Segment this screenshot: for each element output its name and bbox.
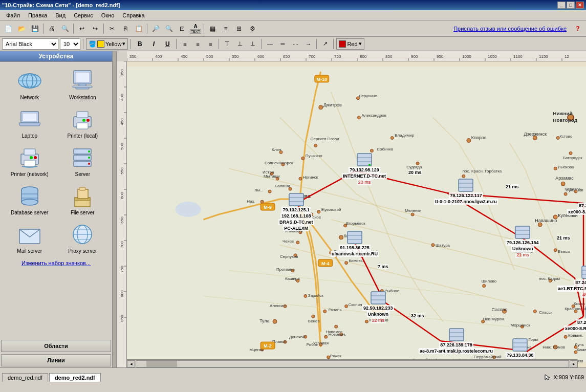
svg-rect-38 [78,189,88,199]
fill-color-button[interactable]: 🪣 Yellow ▾ [86,38,128,50]
h-scrollbar[interactable]: ◂ ▸ [127,359,578,367]
node-79-126-126[interactable]: 79.126.126.154 Unknown 21 ms [506,225,540,258]
zoom-in-button[interactable]: 🔎 [149,23,162,35]
lines-button[interactable]: Линии [1,354,111,366]
svg-rect-10 [73,86,92,88]
save-button[interactable]: 💾 [29,23,41,35]
map-canvas[interactable]: Москва Дмитров Сергиев Посад Ногинск Бал… [127,61,586,367]
node-92-50[interactable]: 92.50.192.233 Unknown 32 ms [362,291,394,323]
node-ulyanovsk[interactable]: 91.198.36.225 ulyanovsk.rtcentr.RU [331,230,379,257]
menu-service[interactable]: Сервис [70,11,97,19]
fit-button[interactable]: ⊡ [176,23,188,35]
menu-help[interactable]: Справка [118,11,148,19]
dash-button[interactable]: - - [290,38,301,50]
menu-window[interactable]: Окно [97,11,119,19]
node-87-245-233-118[interactable]: 87.245.233.118 xe000-8.RT.EQX.ASH.US 215… [567,188,586,221]
svg-text:850: 850 [120,315,124,322]
device-workstation[interactable]: Workstation [57,66,108,102]
database-label: Database server [11,210,48,215]
line-style-button[interactable]: — [264,38,275,50]
font-selector[interactable]: Arial Black [2,38,58,50]
line-width-button[interactable]: ═ [277,38,288,50]
copy-button[interactable]: ⎘ [119,23,132,35]
svg-text:550: 550 [120,167,124,175]
middle-align-button[interactable]: ⊥ [234,38,246,50]
cut-icon: ✂ [110,25,115,32]
paste-button[interactable]: 📋 [133,23,145,35]
italic-button[interactable]: I [147,38,160,50]
bottom-align-button[interactable]: ⊥ [247,38,258,50]
menu-view[interactable]: Вид [51,11,70,19]
arrange-button[interactable]: ▦ [206,23,219,35]
svg-point-196 [564,335,567,338]
tab-demo-red[interactable]: demo_red.ndf [2,373,48,382]
menu-edit[interactable]: Правка [24,11,51,19]
device-printer-local[interactable]: Printer (local) [57,104,108,141]
cut-button[interactable]: ✂ [106,23,118,35]
svg-text:Ниж. Ломов: Ниж. Ломов [542,345,565,350]
minimize-button[interactable]: _ [557,2,566,9]
device-database[interactable]: Database server [4,181,55,217]
device-server[interactable]: Server [57,143,108,179]
node-87-245-244-ip: 87.245.244.1 [574,279,586,286]
line-color-button[interactable]: Red ▾ [336,38,364,50]
svg-point-126 [390,137,394,140]
open-button[interactable]: 📂 [15,23,28,35]
scroll-right-button[interactable]: ▸ [570,360,578,367]
menu-file[interactable]: Файл [2,11,24,19]
bold-button[interactable]: B [134,38,146,50]
connector-button[interactable]: ↗ [319,38,331,50]
top-align-button[interactable]: ⊤ [222,38,233,50]
align-center-button[interactable]: ≡ [192,38,203,50]
node-87-245-114[interactable]: 87.245.233.114 xe000-8.RT.TLX.NYC.US.n [564,305,586,332]
node-87-226[interactable]: 87.226.139.178 ae-8.m7-ar4.msk.ip.rostel… [419,328,494,354]
close-button[interactable]: ✕ [576,2,584,9]
svg-point-120 [268,190,271,193]
format-bar: Arial Black 10 🪣 Yellow ▾ B I U ≡ ≡ ≡ ⊤ … [0,37,586,51]
device-mail-server[interactable]: Mail server [4,220,55,256]
device-network[interactable]: Network [4,66,55,102]
panel-resize-handle[interactable] [113,51,117,367]
feedback-link[interactable]: Прислать отзыв или сообщение об ошибке [453,26,571,32]
printer-network-label: Printer (network) [11,171,49,177]
redo-button[interactable]: ↪ [89,23,101,35]
change-icons-link[interactable]: Изменить набор значков... [17,258,95,268]
help-button[interactable]: ? [572,23,584,35]
left-panel: Устройства Network [0,51,113,367]
font-size-selector[interactable]: 10 [60,38,80,50]
node-87-245-244-ms: 49 ms [581,292,586,298]
new-button[interactable]: 📄 [2,23,14,35]
node-internet[interactable]: 79.132.98.129 INTERNET.D-TC.net 20 ms [342,153,387,185]
node-87-245-244[interactable]: 87.245.244.1 ae1.RT.RTC.NNV.RU.retn.net … [557,265,586,298]
print-button[interactable]: 🖨 [46,23,58,35]
node-79-126-126-ms: 21 ms [515,252,530,258]
settings-icon: ⚙ [250,25,255,32]
scroll-left-button[interactable]: ◂ [127,360,135,367]
print-preview-button[interactable]: 🔍 [59,23,71,35]
node-79-126-122[interactable]: 79.126.122.117 tt-0-1-0-2107.nnov.lgw2.m… [434,178,498,205]
undo-button[interactable]: ↩ [76,23,88,35]
align-button[interactable]: ≡ [220,23,232,35]
svg-text:950: 950 [437,54,444,59]
areas-button[interactable]: Области [1,340,111,352]
scroll-thumb-h[interactable] [146,361,177,367]
tab-demo-red2[interactable]: demo_red2.ndf [49,373,101,382]
align-left-button[interactable]: ≡ [179,38,190,50]
device-printer-network[interactable]: Printer (network) [4,143,55,179]
node-bras[interactable]: 79.132.125.1 192.168.1.108 BRAS.D-TC.net… [278,192,314,231]
underline-button[interactable]: U [161,38,173,50]
zoom-out-button[interactable]: 🔍 [163,23,175,35]
device-laptop[interactable]: Laptop [4,104,55,141]
ms-label-3: 21 ms [557,235,570,241]
device-file-server[interactable]: File server [57,181,108,217]
restore-button[interactable]: □ [567,2,575,9]
device-proxy-server[interactable]: Proxy server [57,220,108,256]
group-button[interactable]: ⊞ [233,23,245,35]
arrow-button[interactable]: → [302,38,314,50]
settings-button[interactable]: ⚙ [246,23,258,35]
svg-text:Лысково: Лысково [558,165,574,169]
svg-point-162 [345,304,348,308]
scroll-track-h[interactable] [136,360,569,367]
align-right-button[interactable]: ≡ [205,38,216,50]
text-button[interactable]: A TEXT [189,23,202,35]
